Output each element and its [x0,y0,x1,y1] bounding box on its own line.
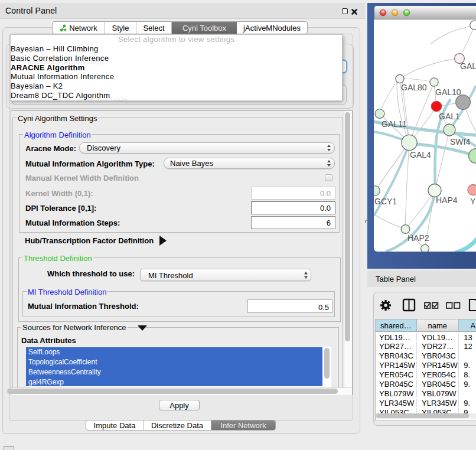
svg-text:GAL1: GAL1 [439,112,460,121]
svg-text:GAL11: GAL11 [382,119,407,129]
svg-text:GAL4: GAL4 [410,150,431,159]
svg-text:SWI4: SWI4 [450,137,470,146]
svg-text:GAL7: GAL7 [460,61,476,71]
svg-text:GAL10: GAL10 [435,87,461,97]
svg-text:HAP2: HAP2 [407,233,429,243]
svg-text:Y: Y [470,197,476,206]
svg-text:HAP4: HAP4 [436,195,458,205]
svg-text:GAL80: GAL80 [401,83,427,92]
svg-text:GCY1: GCY1 [374,197,397,206]
